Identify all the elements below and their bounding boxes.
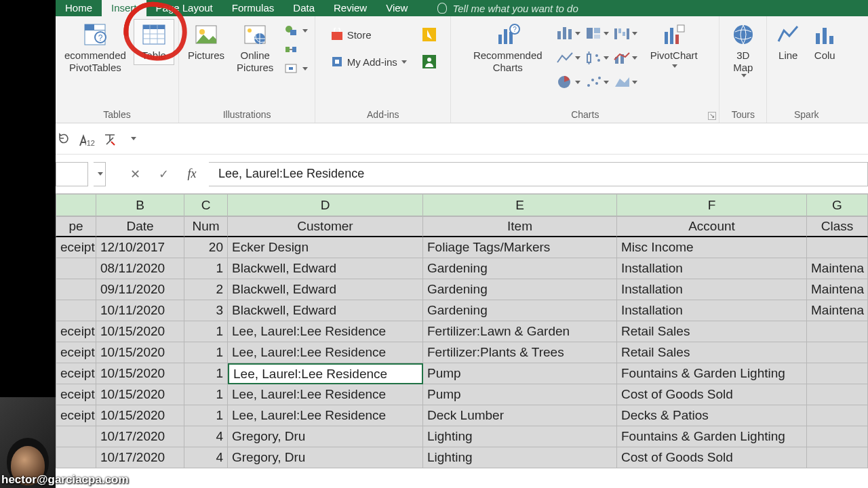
cell[interactable]: Foliage Tags/Markers [423, 237, 617, 258]
cell[interactable]: 10/15/2020 [96, 342, 184, 363]
customize-qat-button[interactable] [125, 131, 141, 147]
tab-insert[interactable]: Insert [102, 0, 146, 16]
cell[interactable]: Installation [617, 300, 807, 321]
my-addins-button[interactable]: My Add-ins [327, 53, 410, 70]
cell[interactable]: 10/11/2020 [96, 300, 184, 321]
cell[interactable]: Maintena [807, 300, 868, 321]
shapes-button[interactable] [281, 22, 311, 39]
cell[interactable]: Cost of Goods Sold [617, 384, 807, 405]
cell[interactable]: Lighting [423, 426, 617, 447]
cell[interactable]: 1 [184, 321, 228, 342]
cell[interactable] [807, 426, 868, 447]
cell[interactable] [56, 279, 96, 300]
insert-function-button[interactable]: fx [180, 162, 203, 186]
cell[interactable]: Blackwell, Edward [228, 279, 423, 300]
cell[interactable]: Fountains & Garden Lighting [617, 363, 807, 384]
cell[interactable]: 1 [184, 363, 228, 384]
recommended-charts-button[interactable]: ? Recommended Charts [464, 19, 552, 77]
cell[interactable]: 10/15/2020 [96, 321, 184, 342]
cell[interactable]: Gardening [423, 258, 617, 279]
col-header-D[interactable]: D [228, 194, 423, 216]
col-header-B[interactable]: B [96, 194, 184, 216]
sparkline-column-button[interactable]: Colu [808, 19, 842, 65]
cell[interactable]: 3 [184, 300, 228, 321]
cell[interactable]: Installation [617, 279, 807, 300]
table-header-cell[interactable]: Item [423, 216, 617, 237]
cell[interactable]: Lee, Laurel:Lee Residence [228, 363, 423, 384]
cell[interactable]: Installation [617, 258, 807, 279]
cell[interactable]: 10/15/2020 [96, 384, 184, 405]
people-graph-button[interactable] [419, 53, 439, 70]
online-pictures-button[interactable]: Online Pictures [232, 19, 278, 77]
statistic-chart-button[interactable] [583, 46, 610, 69]
cell[interactable]: Gardening [423, 300, 617, 321]
cell[interactable]: Lee, Laurel:Lee Residence [228, 321, 423, 342]
cell[interactable]: Lee, Laurel:Lee Residence [228, 405, 423, 426]
table-header-cell[interactable]: Account [617, 216, 807, 237]
cell[interactable]: 1 [184, 342, 228, 363]
cell[interactable]: 08/11/2020 [96, 258, 184, 279]
cell[interactable]: Decks & Patios [617, 405, 807, 426]
line-chart-button[interactable] [555, 46, 582, 69]
clear-format-button[interactable] [102, 131, 118, 147]
cell[interactable]: 12/10/2017 [96, 237, 184, 258]
tab-view[interactable]: View [376, 0, 417, 16]
cell[interactable]: 09/11/2020 [96, 279, 184, 300]
3d-map-button[interactable]: 3D Map [724, 19, 762, 81]
cell[interactable]: Retail Sales [617, 342, 807, 363]
cell[interactable]: eceipt [56, 405, 96, 426]
cell[interactable]: Gregory, Dru [228, 426, 423, 447]
cell[interactable]: Ecker Design [228, 237, 423, 258]
table-button[interactable]: Table [134, 19, 174, 65]
table-header-cell[interactable]: Date [96, 216, 184, 237]
table-header-cell[interactable]: Customer [228, 216, 423, 237]
cell[interactable]: 10/17/2020 [96, 426, 184, 447]
combo-chart-button[interactable] [612, 46, 639, 69]
cell[interactable]: 4 [184, 426, 228, 447]
cell[interactable]: Retail Sales [617, 321, 807, 342]
cell[interactable] [56, 258, 96, 279]
redo-button[interactable] [56, 131, 72, 147]
name-box-dropdown[interactable] [94, 162, 106, 186]
cell[interactable]: eceipt [56, 384, 96, 405]
cell[interactable]: Misc Income [617, 237, 807, 258]
cell[interactable] [56, 447, 96, 468]
cell[interactable]: 10/17/2020 [96, 447, 184, 468]
cell[interactable]: eceipt [56, 237, 96, 258]
cell[interactable] [56, 426, 96, 447]
cell[interactable]: Gregory, Dru [228, 447, 423, 468]
screenshot-button[interactable] [281, 60, 311, 77]
cell[interactable]: Fertilizer:Lawn & Garden [423, 321, 617, 342]
col-header-E[interactable]: E [423, 194, 617, 216]
scatter-chart-button[interactable] [583, 70, 610, 94]
cell[interactable]: 1 [184, 258, 228, 279]
cell[interactable]: Lee, Laurel:Lee Residence [228, 342, 423, 363]
tell-me-search[interactable]: Tell me what you want to do [437, 3, 578, 14]
pivotchart-button[interactable]: PivotChart [642, 19, 707, 71]
column-chart-button[interactable] [555, 22, 582, 45]
cell[interactable]: 2 [184, 279, 228, 300]
hierarchy-chart-button[interactable] [583, 22, 610, 45]
cell[interactable]: Lighting [423, 447, 617, 468]
col-header-C[interactable]: C [184, 194, 228, 216]
cell[interactable]: Gardening [423, 279, 617, 300]
tab-formulas[interactable]: Formulas [222, 0, 284, 16]
cell[interactable]: eceipt [56, 342, 96, 363]
cell[interactable]: 4 [184, 447, 228, 468]
cancel-formula-button[interactable]: ✕ [123, 162, 146, 186]
cell[interactable]: Lee, Laurel:Lee Residence [228, 384, 423, 405]
cell[interactable]: 1 [184, 405, 228, 426]
cell[interactable]: Fertilizer:Plants & Trees [423, 342, 617, 363]
cell[interactable]: Blackwell, Edward [228, 300, 423, 321]
cell[interactable] [807, 342, 868, 363]
cell[interactable]: eceipt [56, 363, 96, 384]
table-header-cell[interactable]: Num [184, 216, 228, 237]
cell[interactable]: Deck Lumber [423, 405, 617, 426]
cell[interactable]: Pump [423, 363, 617, 384]
cell[interactable]: Pump [423, 384, 617, 405]
cell[interactable]: 1 [184, 384, 228, 405]
smartart-button[interactable] [281, 41, 311, 58]
cell[interactable]: 20 [184, 237, 228, 258]
col-header-G[interactable]: G [807, 194, 868, 216]
cell[interactable]: Maintena [807, 279, 868, 300]
